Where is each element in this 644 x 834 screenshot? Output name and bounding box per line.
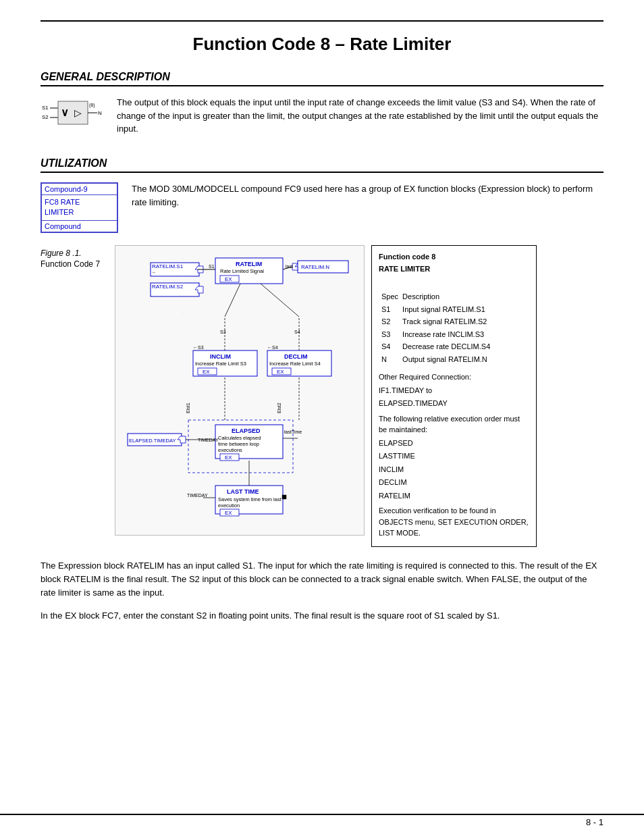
desc-s3: Increase rate INCLIM.S3 — [401, 329, 528, 340]
exec-verif-text: Execution verification to be found in OB… — [379, 505, 529, 539]
body-paragraph-2: In the EX block FC7, enter the constant … — [41, 609, 603, 623]
svg-text:Rate Limited Signal: Rate Limited Signal — [220, 268, 264, 274]
top-rule — [41, 20, 603, 22]
svg-text:ELAPSED.TIMEDAY: ELAPSED.TIMEDAY — [129, 438, 176, 444]
other-conn1: IF1.TIMEDAY to — [379, 385, 529, 396]
figure-number: Figure 8 .1. — [41, 249, 115, 258]
body-paragraph-1: The Expression block RATELIM has an inpu… — [41, 559, 603, 600]
svg-text:S1: S1 — [42, 105, 49, 111]
spec-header: Spec — [380, 291, 400, 303]
svg-text:←: ← — [152, 270, 157, 275]
page: Function Code 8 – Rate Limiter GENERAL D… — [0, 0, 644, 834]
desc-s1: Input signal RATELIM.S1 — [401, 304, 528, 315]
desc-s2: Track signal RATELIM.S2 — [401, 316, 528, 328]
svg-text:∨: ∨ — [61, 107, 69, 118]
compound-box-footer: Compound — [42, 220, 117, 232]
svg-text:executions: executions — [218, 447, 242, 453]
utilization-section: UTILIZATION Compound-9 FC8 RATE LIMITER … — [41, 157, 603, 547]
spec-s4: S4 — [380, 341, 400, 353]
spec-s1: S1 — [380, 304, 400, 315]
svg-text:←S3: ←S3 — [193, 345, 204, 350]
svg-text:DECLIM: DECLIM — [284, 353, 308, 360]
spec-row: S4 Decrease rate DECLIM.S4 — [380, 341, 528, 353]
spec-s2: S2 — [380, 316, 400, 328]
other-conn2: ELAPSED.TIMEDAY — [379, 398, 529, 409]
spec-row: S1 Input signal RATELIM.S1 — [380, 304, 528, 315]
general-description-heading: GENERAL DESCRIPTION — [41, 71, 603, 86]
desc-n: Output signal RATELIM.N — [401, 354, 528, 365]
svg-text:EX: EX — [203, 369, 210, 375]
svg-text:TIMEDAY: TIMEDAY — [198, 438, 219, 442]
exec-order-section: The following relative execution order m… — [379, 413, 529, 502]
spec-row: S3 Increase rate INCLIM.S3 — [380, 329, 528, 340]
svg-text:LAST TIME: LAST TIME — [227, 488, 259, 495]
svg-text:▷: ▷ — [74, 107, 82, 118]
spec-row: N Output signal RATELIM.N — [380, 354, 528, 365]
figure-description: Function Code 7 — [41, 259, 115, 269]
svg-text:EX: EX — [225, 454, 232, 461]
svg-marker-23 — [292, 263, 298, 270]
exec-order-inclim: INCLIM — [379, 464, 529, 475]
svg-text:Increase Rate Limit S3: Increase Rate Limit S3 — [195, 361, 246, 367]
figure-area: Figure 8 .1. Function Code 7 — [41, 245, 603, 547]
page-title: Function Code 8 – Rate Limiter — [41, 34, 603, 55]
utilization-heading: UTILIZATION — [41, 157, 603, 173]
svg-text:execution: execution — [218, 502, 240, 509]
exec-order-lasttime: LASTTIME — [379, 450, 529, 462]
diagram-left: RATELIM.S1 ← RATELIM Rate Limited Signal… — [115, 245, 365, 536]
compound-box-title: Compound-9 — [42, 184, 117, 195]
spec-row: S2 Track signal RATELIM.S2 — [380, 316, 528, 328]
svg-text:Increase Rate Limit S4: Increase Rate Limit S4 — [269, 361, 321, 367]
exec-verif-section: Execution verification to be found in OB… — [379, 505, 529, 539]
dr-subtitle: RATE LIMITER — [379, 263, 529, 275]
svg-text:N: N — [98, 110, 102, 116]
diagram-container: RATELIM.S1 ← RATELIM Rate Limited Signal… — [115, 245, 537, 547]
svg-text:(8): (8) — [89, 103, 95, 108]
other-required-label: Other Required Connection: — [379, 371, 529, 383]
exec-order-label: The following relative execution order m… — [379, 413, 529, 436]
svg-text:INCLIM: INCLIM — [210, 353, 231, 360]
svg-line-42 — [225, 284, 240, 317]
svg-text:RATELIM.S2: RATELIM.S2 — [152, 284, 184, 290]
svg-text:time between loop: time between loop — [218, 441, 259, 447]
svg-text:EX: EX — [225, 276, 232, 282]
page-number: 8 - 1 — [586, 817, 603, 827]
svg-text:TIMEDAY: TIMEDAY — [187, 493, 208, 498]
general-description-text: The output of this block equals the inpu… — [117, 96, 603, 136]
svg-rect-76 — [282, 495, 286, 499]
svg-text:last: last — [286, 264, 293, 269]
general-description-content: S1 S2 ∨ ▷ (8) N The output of this block… — [41, 96, 603, 138]
svg-text:←S4: ←S4 — [267, 345, 278, 350]
utilization-content: Compound-9 FC8 RATE LIMITER Compound The… — [41, 182, 603, 233]
exec-order-elapsed: ELAPSED — [379, 438, 529, 449]
desc-header: Description — [401, 291, 528, 303]
dr-title: Function code 8 — [379, 251, 529, 263]
block-symbol: S1 S2 ∨ ▷ (8) N — [41, 96, 105, 138]
svg-text:Saves system time from last: Saves system time from last — [218, 496, 282, 502]
svg-line-45 — [261, 284, 299, 317]
compound-box: Compound-9 FC8 RATE LIMITER Compound — [41, 182, 118, 233]
spec-n: N — [380, 354, 400, 365]
svg-text:Calculates elapsed: Calculates elapsed — [218, 435, 261, 441]
svg-text:Elst1: Elst1 — [186, 402, 190, 413]
svg-text:S3: S3 — [220, 330, 226, 334]
svg-text:S2: S2 — [42, 114, 49, 120]
other-required-section: Other Required Connection: IF1.TIMEDAY t… — [379, 371, 529, 409]
exec-order-ratelim: RATELIM — [379, 490, 529, 502]
svg-text:RATELIM.N: RATELIM.N — [301, 264, 329, 270]
svg-text:Elst2: Elst2 — [277, 402, 281, 413]
figure-label: Figure 8 .1. Function Code 7 — [41, 245, 115, 547]
diagram-right: Function code 8 RATE LIMITER Spec Descri… — [371, 245, 537, 547]
spec-table: Spec Description S1 Input signal RATELIM… — [379, 290, 529, 366]
spec-s3: S3 — [380, 329, 400, 340]
svg-text:EX: EX — [277, 369, 284, 375]
compound-box-body: FC8 RATE LIMITER — [42, 195, 117, 220]
exec-order-declim: DECLIM — [379, 477, 529, 488]
svg-text:RATELIM: RATELIM — [236, 261, 262, 267]
svg-text:EX: EX — [225, 510, 232, 516]
desc-s4: Decrease rate DECLIM.S4 — [401, 341, 528, 353]
utilization-text: The MOD 30ML/MODCELL compound FC9 used h… — [132, 182, 603, 209]
svg-text:S1: S1 — [209, 264, 215, 269]
svg-text:S4: S4 — [294, 330, 300, 334]
svg-text:ELAPSED: ELAPSED — [232, 427, 261, 434]
